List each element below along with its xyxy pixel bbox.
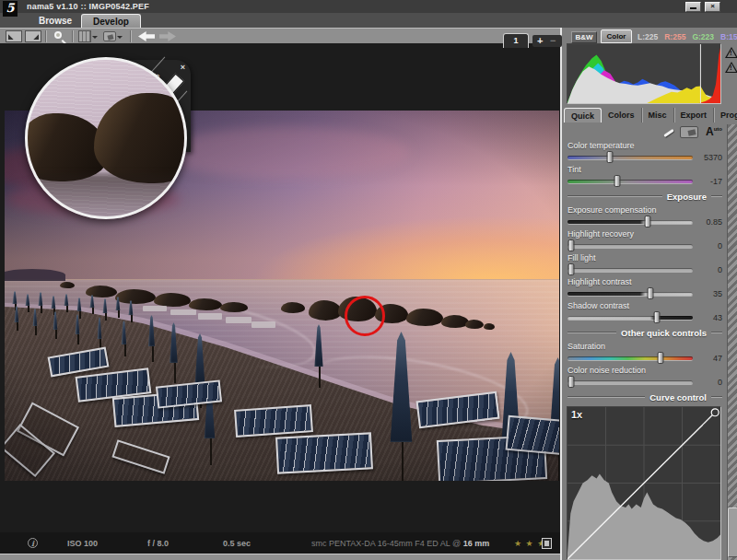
readout-b: B:159 — [720, 32, 737, 41]
tab-develop[interactable]: Develop — [81, 14, 141, 28]
tint-track[interactable] — [567, 180, 693, 183]
remove-view-button[interactable]: − — [550, 35, 556, 46]
closed-umbrella — [147, 315, 156, 362]
rock — [115, 289, 156, 304]
rotate-right-button[interactable] — [25, 30, 41, 42]
color-temperature-track[interactable] — [567, 156, 693, 159]
zoom-tool-button[interactable] — [52, 30, 68, 42]
slider-fill-light: Fill light 0 — [567, 253, 722, 275]
view-tab-controls: + − — [532, 35, 562, 47]
photo-cloud — [161, 127, 410, 179]
slider-handle[interactable] — [647, 287, 653, 299]
annotation-red-circle — [345, 296, 385, 336]
toolbar-separator — [45, 30, 47, 42]
fill-light-track[interactable] — [567, 268, 693, 272]
slider-handle[interactable] — [568, 263, 575, 275]
section-curve-control: Curve control — [567, 391, 722, 403]
shadow-clipping-warning-icon[interactable] — [725, 62, 737, 73]
app-logo: 5 — [3, 1, 18, 17]
view-tab-1[interactable]: 1 — [503, 33, 529, 48]
tab-misc[interactable]: Misc — [642, 108, 674, 122]
loupe-magnifier[interactable] — [25, 57, 187, 219]
histogram-readout: L:225 R:255 G:223 B:159 — [638, 32, 737, 41]
redo-button[interactable] — [159, 31, 176, 41]
slider-handle[interactable] — [614, 175, 621, 187]
toolbar-separator — [130, 30, 132, 42]
histogram-bw-button[interactable]: B&W — [571, 31, 597, 43]
undo-button[interactable] — [138, 31, 155, 41]
grid-overlay-button[interactable] — [78, 30, 95, 42]
close-button[interactable]: × — [705, 2, 720, 12]
slider-handle[interactable] — [645, 216, 651, 228]
closed-umbrella — [128, 300, 134, 322]
chevron-down-icon[interactable] — [117, 36, 123, 41]
closed-umbrella — [121, 321, 127, 356]
highlight-contrast-track[interactable] — [567, 292, 693, 296]
closed-umbrella — [14, 306, 19, 331]
distant-sunbed — [143, 306, 167, 311]
crop-tool-button[interactable] — [103, 30, 120, 42]
titlebar: 5 nama5 v1.10 :: IMGP0542.PEF × — [0, 0, 737, 13]
toolbar-separator — [72, 30, 74, 42]
minimize-button[interactable] — [685, 2, 701, 12]
histogram-color-button[interactable]: Color — [601, 29, 632, 43]
grid-icon — [78, 30, 91, 42]
closed-umbrella — [38, 292, 43, 313]
section-other-quick-controls: Other quick controls — [567, 326, 722, 339]
quick-controls: Auto Color temperature 5370 Tint -17 Exp… — [567, 125, 722, 422]
add-view-button[interactable]: + — [537, 35, 543, 46]
main-tabstrip: Browse Develop — [0, 13, 737, 28]
panel-tabstrip: Quick Colors Misc Export Progress — [564, 108, 728, 122]
tab-progress[interactable]: Progress — [714, 108, 737, 122]
slider-shadow-contrast: Shadow contrast 43 — [567, 301, 722, 323]
rock — [154, 293, 191, 307]
slider-handle[interactable] — [607, 151, 614, 163]
auto-wb-button[interactable]: Auto — [706, 125, 722, 138]
slider-color-noise-reduction: Color noise reduction 0 — [567, 366, 722, 388]
tab-browse[interactable]: Browse — [28, 14, 83, 28]
color-noise-reduction-track[interactable] — [567, 380, 693, 384]
exposure-compensation-track[interactable] — [567, 220, 693, 224]
closed-umbrella — [89, 295, 95, 314]
closed-umbrella — [53, 311, 58, 339]
slider-handle[interactable] — [568, 376, 575, 388]
chevron-down-icon[interactable] — [92, 36, 98, 41]
window-title: nama5 v1.10 :: IMGP0542.PEF — [27, 2, 149, 11]
loupe-close-icon[interactable]: × — [181, 63, 185, 72]
rock — [465, 320, 484, 329]
closed-umbrella — [387, 332, 415, 481]
slider-handle[interactable] — [657, 352, 663, 364]
curve-endpoint-handle[interactable] — [711, 409, 719, 416]
slider-handle[interactable] — [653, 311, 660, 323]
flag-icon[interactable] — [542, 538, 552, 549]
magnifier-icon — [54, 31, 62, 39]
tab-quick[interactable]: Quick — [564, 108, 602, 122]
saturation-track[interactable] — [567, 356, 693, 360]
rotate-right-icon — [25, 30, 41, 42]
tab-export[interactable]: Export — [674, 108, 715, 122]
panel-scrollbar[interactable] — [727, 124, 737, 560]
window-bottom-edge — [0, 554, 560, 560]
tab-colors[interactable]: Colors — [602, 108, 642, 122]
highlight-recovery-track[interactable] — [567, 244, 693, 248]
gray-card-icon[interactable] — [680, 126, 698, 138]
info-icon[interactable]: i — [28, 538, 38, 548]
wb-tools: Auto — [567, 125, 722, 139]
closed-umbrella — [64, 294, 69, 312]
slider-handle[interactable] — [568, 239, 575, 251]
slider-saturation: Saturation 47 — [567, 342, 722, 364]
rock — [309, 300, 342, 321]
rock — [220, 302, 248, 312]
shadow-contrast-track[interactable] — [567, 316, 693, 320]
tone-curve-editor[interactable]: 1x — [567, 406, 721, 560]
statusbar: i ISO 100 f / 8.0 0.5 sec smc PENTAX-DA … — [0, 532, 560, 554]
highlight-clipping-warning-icon[interactable] — [725, 47, 737, 58]
rock — [406, 309, 443, 326]
scrollbar-thumb[interactable] — [728, 508, 737, 557]
eyedropper-icon[interactable] — [661, 126, 674, 138]
app-window: 5 nama5 v1.10 :: IMGP0542.PEF × Browse D… — [0, 0, 737, 560]
rotate-left-button[interactable] — [6, 30, 22, 42]
readout-l: L:225 — [638, 32, 658, 41]
slider-exposure-compensation: Exposure compensation 0.85 — [567, 205, 722, 228]
slider-highlight-contrast: Highlight contrast 35 — [567, 277, 722, 299]
